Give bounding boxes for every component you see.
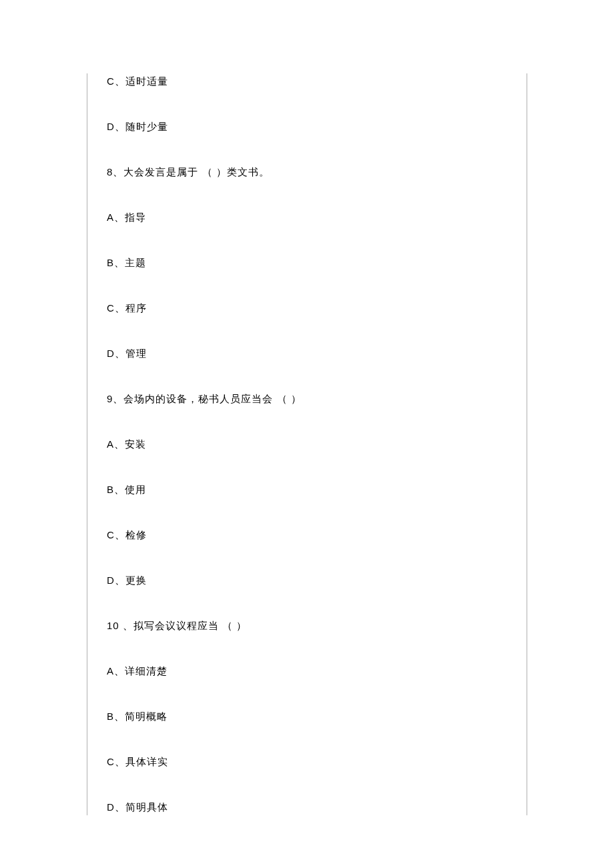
option-q9-d: D、更换 bbox=[107, 572, 507, 588]
option-q8-b: B、主题 bbox=[107, 255, 507, 271]
option-q7-c: C、适时适量 bbox=[107, 73, 507, 89]
option-q10-d: D、简明具体 bbox=[107, 799, 507, 815]
document-content: C、适时适量 D、随时少量 8、大会发言是属于 （ ）类文书。 A、指导 B、主… bbox=[0, 73, 614, 815]
option-q9-a: A、安装 bbox=[107, 436, 507, 452]
option-q10-c: C、具体详实 bbox=[107, 754, 507, 770]
option-q9-b: B、使用 bbox=[107, 482, 507, 498]
option-q8-a: A、指导 bbox=[107, 209, 507, 226]
margin-line-left bbox=[87, 73, 87, 815]
question-10: 10 、拟写会议议程应当 （ ） bbox=[107, 618, 507, 634]
margin-line-right bbox=[527, 73, 527, 815]
option-q7-d: D、随时少量 bbox=[107, 119, 507, 135]
option-q8-d: D、管理 bbox=[107, 346, 507, 362]
question-9: 9、会场内的设备，秘书人员应当会 （ ） bbox=[107, 391, 507, 407]
option-q10-b: B、简明概略 bbox=[107, 709, 507, 725]
option-q10-a: A、详细清楚 bbox=[107, 663, 507, 679]
question-8: 8、大会发言是属于 （ ）类文书。 bbox=[107, 164, 507, 180]
option-q9-c: C、检修 bbox=[107, 527, 507, 543]
option-q8-c: C、程序 bbox=[107, 300, 507, 316]
page-container: C、适时适量 D、随时少量 8、大会发言是属于 （ ）类文书。 A、指导 B、主… bbox=[0, 0, 614, 855]
